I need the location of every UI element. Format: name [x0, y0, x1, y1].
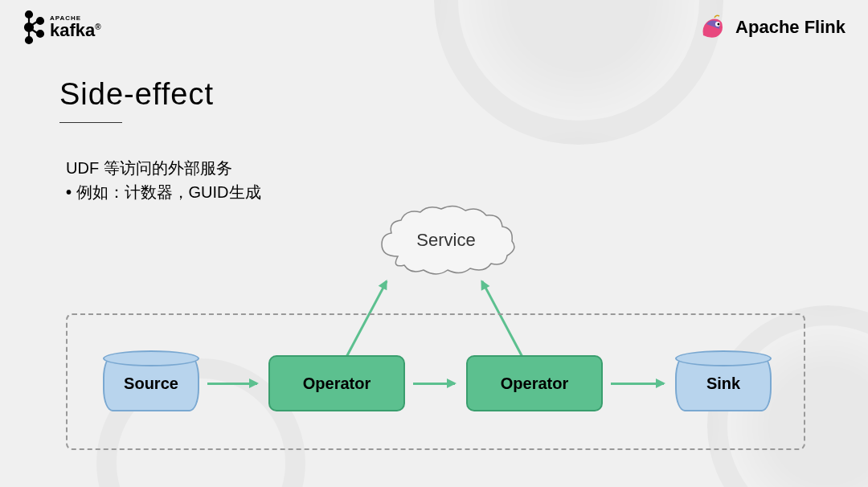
bullet-example: 例如：计数器，GUID生成	[66, 182, 261, 203]
svg-line-7	[32, 22, 37, 25]
service-label: Service	[374, 204, 518, 276]
kafka-name: kafka®	[50, 20, 101, 41]
description: UDF 等访问的外部服务	[66, 158, 232, 179]
header: APACHE kafka® Apache Flink	[23, 10, 845, 45]
svg-point-1	[25, 23, 33, 31]
operator2-node: Operator	[466, 355, 603, 411]
svg-line-8	[32, 30, 37, 33]
flink-icon	[698, 13, 727, 42]
arrow-op1-op2	[413, 383, 455, 385]
svg-point-2	[26, 37, 32, 43]
kafka-logo: APACHE kafka®	[23, 10, 101, 45]
source-label: Source	[124, 374, 178, 393]
svg-point-4	[37, 31, 43, 37]
source-node: Source	[103, 355, 199, 411]
svg-point-0	[26, 11, 32, 18]
flink-logo: Apache Flink	[698, 13, 845, 42]
title-underline	[59, 122, 122, 123]
flink-name: Apache Flink	[735, 17, 845, 38]
operator1-node: Operator	[268, 355, 405, 411]
sink-label: Sink	[706, 374, 740, 393]
page-title: Side-effect	[59, 77, 214, 112]
sink-node: Sink	[675, 355, 772, 411]
kafka-icon	[23, 10, 45, 45]
service-cloud: Service	[374, 204, 518, 276]
arrow-op2-sink	[611, 383, 664, 385]
operator2-label: Operator	[501, 374, 568, 393]
operator1-label: Operator	[303, 374, 371, 393]
svg-point-10	[718, 23, 720, 26]
arrow-source-op1	[207, 383, 257, 385]
svg-point-3	[37, 18, 43, 24]
